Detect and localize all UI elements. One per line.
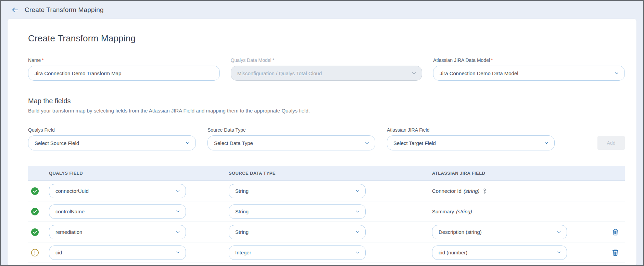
qualys-data-model-label: Qualys Data Model* (231, 57, 422, 63)
chevron-down-icon (614, 70, 620, 76)
chevron-down-icon (175, 188, 181, 194)
add-button[interactable]: Add (597, 136, 625, 150)
qualys-field-select[interactable]: Select Source Field (28, 135, 196, 150)
col-header-source-data-type: SOURCE DATA TYPE (229, 171, 432, 176)
source-data-type-placeholder: Select Data Type (214, 140, 253, 146)
jira-field-label: Atlassian JIRA Field (387, 127, 555, 133)
key-icon (480, 187, 489, 195)
chevron-down-icon (411, 70, 417, 76)
qualys-field-placeholder: Select Source Field (35, 140, 79, 146)
breadcrumb-title: Create Transform Mapping (25, 6, 104, 14)
jira-field-group: Atlassian JIRA Field Select Target Field (387, 127, 555, 150)
chevron-down-icon (175, 250, 181, 255)
qualys-data-model-group: Qualys Data Model* Misconfiguration / Qu… (231, 57, 422, 81)
row-jira-field-select[interactable]: Description (string) (432, 225, 567, 239)
source-data-type-select[interactable]: Select Data Type (207, 135, 375, 150)
row-source-type-select[interactable]: String (229, 225, 366, 239)
source-data-type-group: Source Data Type Select Data Type (207, 127, 375, 150)
jira-data-model-label: Atlassian JIRA Data Model* (433, 57, 625, 63)
top-bar: Create Transform Mapping (1, 1, 643, 19)
chevron-down-icon (556, 250, 562, 255)
qualys-data-model-value: Misconfiguration / Qualys Total Cloud (237, 70, 322, 76)
name-field-group: Name* (28, 57, 220, 81)
jira-field-placeholder: Select Target Field (393, 140, 436, 146)
trash-icon (611, 227, 620, 237)
table-row: controlName String Summary(string) (28, 201, 625, 222)
table-row: connectorUuid String Connector Id(string… (28, 181, 625, 201)
row-jira-field-text: Summary(string) (432, 209, 592, 214)
chevron-down-icon (355, 188, 361, 194)
col-header-jira-field: ATLASSIAN JIRA FIELD (432, 171, 592, 176)
app-window: Create Transform Mapping Create Transfor… (0, 0, 644, 266)
back-button[interactable] (11, 6, 19, 14)
status-success-icon (31, 228, 39, 236)
chevron-down-icon (175, 209, 181, 214)
row-jira-field-select[interactable]: cid (number) (432, 245, 567, 260)
row-qualys-field-select[interactable]: remediation (49, 225, 186, 239)
chevron-down-icon (175, 229, 181, 235)
status-success-icon (31, 208, 39, 216)
back-arrow-icon (11, 6, 19, 14)
chevron-down-icon (355, 229, 361, 235)
mapping-table: QUALYS FIELD SOURCE DATA TYPE ATLASSIAN … (28, 166, 625, 263)
row-qualys-field-select[interactable]: connectorUuid (49, 184, 186, 198)
table-row: remediation String Description (string) (28, 222, 625, 242)
qualys-field-label: Qualys Field (28, 127, 196, 133)
transform-form: Name* Qualys Data Model* Misconfiguratio… (28, 57, 625, 81)
chevron-down-icon (556, 229, 562, 235)
chevron-down-icon (355, 209, 361, 214)
table-row: cid Integer cid (number) (28, 242, 625, 263)
chevron-down-icon (543, 140, 550, 146)
row-qualys-field-select[interactable]: controlName (49, 204, 186, 219)
source-data-type-label: Source Data Type (207, 127, 375, 133)
row-qualys-field-select[interactable]: cid (49, 245, 186, 260)
delete-row-button[interactable] (610, 227, 620, 237)
trash-icon (611, 248, 620, 257)
chevron-down-icon (364, 140, 370, 146)
content-card: Create Transform Mapping Name* Qualys Da… (8, 19, 636, 266)
qualys-field-group: Qualys Field Select Source Field (28, 127, 196, 150)
row-source-type-select[interactable]: String (229, 184, 366, 198)
status-warning-icon (31, 249, 39, 257)
row-source-type-select[interactable]: Integer (229, 245, 366, 260)
name-input[interactable] (28, 66, 220, 81)
table-header-row: QUALYS FIELD SOURCE DATA TYPE ATLASSIAN … (28, 166, 625, 181)
name-label: Name* (28, 57, 220, 63)
status-success-icon (31, 187, 39, 195)
field-selector-row: Qualys Field Select Source Field Source … (28, 127, 625, 150)
map-fields-title: Map the fields (28, 97, 625, 105)
jira-field-select[interactable]: Select Target Field (387, 135, 555, 150)
row-jira-field-text: Connector Id(string) (432, 188, 592, 194)
jira-data-model-group: Atlassian JIRA Data Model* Jira Connecti… (433, 57, 625, 81)
jira-data-model-value: Jira Connection Demo Data Model (440, 70, 518, 76)
page-title: Create Transform Mapping (28, 33, 625, 44)
delete-row-button[interactable] (610, 248, 620, 258)
chevron-down-icon (185, 140, 191, 146)
map-fields-description: Build your transform map by selecting fi… (28, 108, 625, 114)
chevron-down-icon (355, 250, 361, 255)
row-source-type-select[interactable]: String (229, 204, 366, 219)
qualys-data-model-select: Misconfiguration / Qualys Total Cloud (231, 66, 422, 81)
col-header-qualys-field: QUALYS FIELD (49, 171, 229, 176)
jira-data-model-select[interactable]: Jira Connection Demo Data Model (433, 66, 625, 81)
